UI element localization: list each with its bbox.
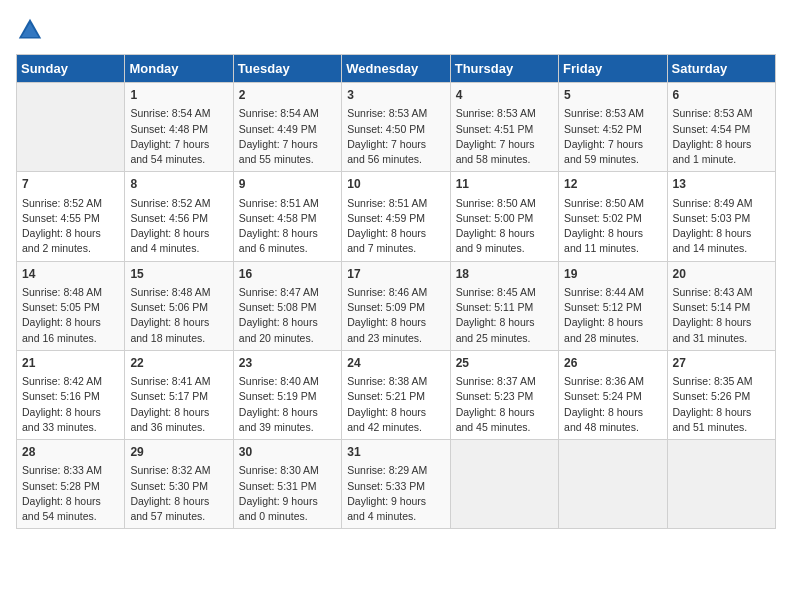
day-number: 10 [347, 176, 444, 193]
week-row-1: 7Sunrise: 8:52 AMSunset: 4:55 PMDaylight… [17, 172, 776, 261]
day-info: Daylight: 8 hours [456, 226, 553, 241]
day-info: Sunrise: 8:54 AM [239, 106, 336, 121]
day-info: Sunrise: 8:50 AM [564, 196, 661, 211]
calendar-cell: 29Sunrise: 8:32 AMSunset: 5:30 PMDayligh… [125, 440, 233, 529]
calendar-cell: 31Sunrise: 8:29 AMSunset: 5:33 PMDayligh… [342, 440, 450, 529]
day-info: Daylight: 8 hours [564, 405, 661, 420]
day-number: 18 [456, 266, 553, 283]
header-monday: Monday [125, 55, 233, 83]
calendar-cell: 9Sunrise: 8:51 AMSunset: 4:58 PMDaylight… [233, 172, 341, 261]
day-number: 22 [130, 355, 227, 372]
day-info: and 25 minutes. [456, 331, 553, 346]
header-wednesday: Wednesday [342, 55, 450, 83]
calendar-cell: 10Sunrise: 8:51 AMSunset: 4:59 PMDayligh… [342, 172, 450, 261]
calendar-cell: 23Sunrise: 8:40 AMSunset: 5:19 PMDayligh… [233, 350, 341, 439]
day-number: 20 [673, 266, 770, 283]
day-info: and 57 minutes. [130, 509, 227, 524]
day-info: Sunset: 4:58 PM [239, 211, 336, 226]
day-info: Daylight: 8 hours [347, 315, 444, 330]
day-number: 21 [22, 355, 119, 372]
day-number: 14 [22, 266, 119, 283]
day-number: 23 [239, 355, 336, 372]
day-info: Sunrise: 8:38 AM [347, 374, 444, 389]
day-info: and 6 minutes. [239, 241, 336, 256]
day-info: Sunrise: 8:53 AM [673, 106, 770, 121]
day-info: Daylight: 8 hours [130, 494, 227, 509]
header-thursday: Thursday [450, 55, 558, 83]
day-info: and 54 minutes. [130, 152, 227, 167]
day-number: 8 [130, 176, 227, 193]
calendar-cell: 15Sunrise: 8:48 AMSunset: 5:06 PMDayligh… [125, 261, 233, 350]
day-info: Sunrise: 8:50 AM [456, 196, 553, 211]
day-info: and 48 minutes. [564, 420, 661, 435]
day-info: Daylight: 8 hours [673, 226, 770, 241]
day-info: Daylight: 8 hours [564, 315, 661, 330]
day-info: Sunrise: 8:51 AM [347, 196, 444, 211]
calendar-cell: 8Sunrise: 8:52 AMSunset: 4:56 PMDaylight… [125, 172, 233, 261]
day-info: Daylight: 9 hours [239, 494, 336, 509]
day-info: Sunset: 4:48 PM [130, 122, 227, 137]
day-info: Sunrise: 8:53 AM [564, 106, 661, 121]
day-info: and 36 minutes. [130, 420, 227, 435]
day-info: Sunset: 5:33 PM [347, 479, 444, 494]
day-number: 29 [130, 444, 227, 461]
day-info: and 0 minutes. [239, 509, 336, 524]
day-info: Sunset: 4:54 PM [673, 122, 770, 137]
day-info: Sunset: 5:06 PM [130, 300, 227, 315]
day-number: 27 [673, 355, 770, 372]
day-info: and 20 minutes. [239, 331, 336, 346]
day-info: Sunrise: 8:42 AM [22, 374, 119, 389]
day-number: 30 [239, 444, 336, 461]
calendar-cell: 4Sunrise: 8:53 AMSunset: 4:51 PMDaylight… [450, 83, 558, 172]
day-info: and 4 minutes. [130, 241, 227, 256]
week-row-0: 1Sunrise: 8:54 AMSunset: 4:48 PMDaylight… [17, 83, 776, 172]
day-info: and 7 minutes. [347, 241, 444, 256]
day-info: and 54 minutes. [22, 509, 119, 524]
day-info: Sunset: 4:49 PM [239, 122, 336, 137]
day-info: Sunset: 5:16 PM [22, 389, 119, 404]
day-info: Sunset: 5:31 PM [239, 479, 336, 494]
day-info: and 56 minutes. [347, 152, 444, 167]
day-info: and 45 minutes. [456, 420, 553, 435]
calendar-cell: 27Sunrise: 8:35 AMSunset: 5:26 PMDayligh… [667, 350, 775, 439]
calendar-cell: 7Sunrise: 8:52 AMSunset: 4:55 PMDaylight… [17, 172, 125, 261]
day-info: Sunrise: 8:29 AM [347, 463, 444, 478]
day-info: Daylight: 8 hours [564, 226, 661, 241]
calendar-cell: 18Sunrise: 8:45 AMSunset: 5:11 PMDayligh… [450, 261, 558, 350]
calendar-cell: 16Sunrise: 8:47 AMSunset: 5:08 PMDayligh… [233, 261, 341, 350]
week-row-3: 21Sunrise: 8:42 AMSunset: 5:16 PMDayligh… [17, 350, 776, 439]
day-info: Daylight: 8 hours [456, 315, 553, 330]
day-info: Sunset: 4:56 PM [130, 211, 227, 226]
day-info: Sunset: 5:12 PM [564, 300, 661, 315]
day-info: Sunset: 5:14 PM [673, 300, 770, 315]
header-tuesday: Tuesday [233, 55, 341, 83]
calendar-cell: 12Sunrise: 8:50 AMSunset: 5:02 PMDayligh… [559, 172, 667, 261]
day-info: Sunset: 5:21 PM [347, 389, 444, 404]
day-info: Daylight: 7 hours [130, 137, 227, 152]
day-info: Daylight: 8 hours [130, 226, 227, 241]
day-info: Sunrise: 8:35 AM [673, 374, 770, 389]
calendar-cell: 6Sunrise: 8:53 AMSunset: 4:54 PMDaylight… [667, 83, 775, 172]
day-info: and 33 minutes. [22, 420, 119, 435]
day-info: and 11 minutes. [564, 241, 661, 256]
day-info: Sunrise: 8:47 AM [239, 285, 336, 300]
day-info: Sunset: 5:24 PM [564, 389, 661, 404]
day-info: and 16 minutes. [22, 331, 119, 346]
day-info: Sunrise: 8:49 AM [673, 196, 770, 211]
day-info: Sunrise: 8:53 AM [347, 106, 444, 121]
day-info: Sunset: 4:51 PM [456, 122, 553, 137]
day-info: Daylight: 7 hours [456, 137, 553, 152]
day-info: and 31 minutes. [673, 331, 770, 346]
day-info: Daylight: 8 hours [673, 137, 770, 152]
day-info: Sunrise: 8:33 AM [22, 463, 119, 478]
calendar-cell: 25Sunrise: 8:37 AMSunset: 5:23 PMDayligh… [450, 350, 558, 439]
day-number: 11 [456, 176, 553, 193]
day-number: 5 [564, 87, 661, 104]
day-number: 17 [347, 266, 444, 283]
day-info: Sunset: 5:28 PM [22, 479, 119, 494]
day-info: Sunset: 5:02 PM [564, 211, 661, 226]
day-info: Daylight: 8 hours [239, 315, 336, 330]
day-info: and 9 minutes. [456, 241, 553, 256]
day-number: 6 [673, 87, 770, 104]
day-info: Sunset: 4:50 PM [347, 122, 444, 137]
